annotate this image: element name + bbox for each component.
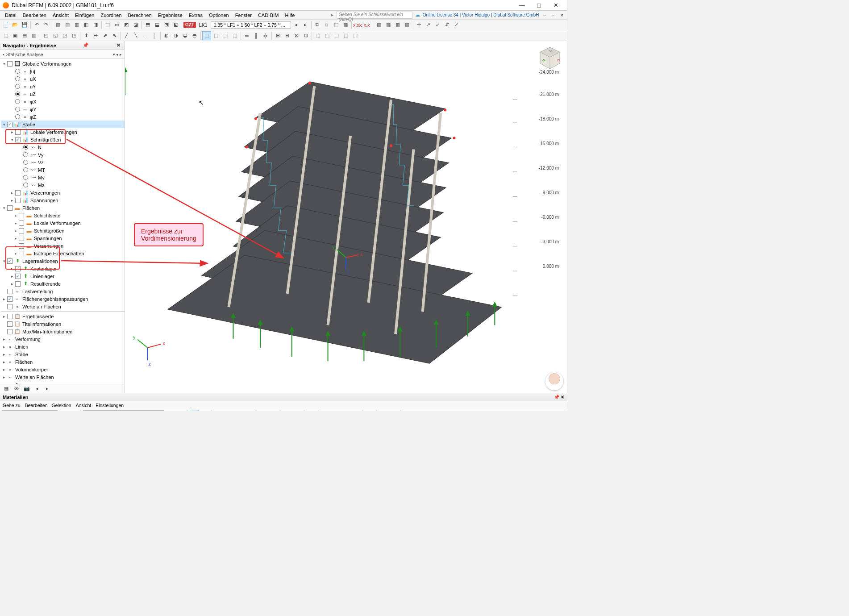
fx-icon[interactable]: fx xyxy=(351,410,360,411)
tool-icon[interactable]: ▥ xyxy=(29,31,38,40)
prev-lc-icon[interactable]: ◂ xyxy=(291,21,300,29)
tool-icon[interactable]: ↖ xyxy=(190,410,199,411)
tool-icon[interactable]: ▦ xyxy=(375,21,383,29)
tool-icon[interactable]: ╲ xyxy=(131,31,140,40)
menu-optionen[interactable]: Optionen xyxy=(206,12,232,19)
tool-icon[interactable]: ▣ xyxy=(11,31,20,40)
tool-icon[interactable]: ◒ xyxy=(181,31,190,40)
view-cube[interactable]: +x -y +z xyxy=(537,46,562,71)
menu-fenster[interactable]: Fenster xyxy=(232,12,255,19)
tool-icon[interactable]: ◪ xyxy=(131,21,140,29)
tool-icon[interactable]: ╱ xyxy=(122,31,131,40)
mat-menu-set[interactable]: Einstellungen xyxy=(96,403,124,408)
undo-icon[interactable]: ↶ xyxy=(32,21,41,29)
tool-icon[interactable]: ◳ xyxy=(70,31,79,40)
save-icon[interactable]: 💾 xyxy=(20,21,29,29)
tool-icon[interactable]: ↶ xyxy=(283,410,291,411)
nav-ft-cam-icon[interactable]: 📷 xyxy=(22,384,31,393)
new-icon[interactable]: 📄 xyxy=(1,21,10,29)
nav-ft-icon[interactable]: ◂ xyxy=(33,384,42,393)
tool-icon[interactable]: ⬚ xyxy=(1,31,10,40)
tool-icon[interactable]: ◧ xyxy=(82,21,91,29)
mdi-min-icon[interactable]: – xyxy=(542,12,548,18)
tool-icon[interactable]: ▤ xyxy=(20,31,29,40)
tool-icon[interactable]: ▤ xyxy=(63,21,72,29)
tool-icon[interactable]: ⬚ xyxy=(103,21,112,29)
tool-icon[interactable]: ⬔ xyxy=(162,21,171,29)
tool-icon[interactable]: ⬚ xyxy=(341,31,350,40)
navigator-subtitle[interactable]: ▪Statische Analyse ▾ ◂ ▸ xyxy=(0,50,125,59)
axes-icon[interactable]: ✛ xyxy=(415,21,424,29)
tool-icon[interactable]: ◨ xyxy=(91,21,100,29)
loadcase-label[interactable]: LK1 xyxy=(196,22,210,28)
panel-pin-icon[interactable]: 📌 ✕ xyxy=(554,395,564,400)
mat-menu-goto[interactable]: Gehe zu xyxy=(3,403,21,408)
tool-icon[interactable]: ◓ xyxy=(190,31,199,40)
3d-viewport[interactable]: x y z x y z -24. xyxy=(125,41,567,393)
nav-ft-eye-icon[interactable]: 👁 xyxy=(12,384,21,393)
loadcombo-dropdown[interactable]: 1.35 * LF1 + 1.50 * LF2 + 0.75 * ... xyxy=(211,21,291,29)
menu-extras[interactable]: Extras xyxy=(186,12,206,19)
tool-icon[interactable]: ⬚ xyxy=(221,31,230,40)
delete-icon[interactable]: ✕ xyxy=(258,410,267,411)
menu-berechnen[interactable]: Berechnen xyxy=(125,12,155,19)
tool-icon[interactable]: ⬈ xyxy=(100,31,109,40)
tool-icon[interactable]: ◑ xyxy=(171,31,180,40)
tool-icon[interactable]: ║ xyxy=(252,31,261,40)
tool-icon[interactable]: ab xyxy=(320,410,329,411)
tool-icon[interactable]: ─ xyxy=(141,31,150,40)
tool-icon[interactable]: ⬌ xyxy=(91,31,100,40)
tool-icon[interactable]: ↗ xyxy=(424,21,433,29)
next-lc-icon[interactable]: ▸ xyxy=(301,21,310,29)
tool-icon[interactable]: x.xx xyxy=(353,21,362,29)
tool-icon[interactable]: ⬉ xyxy=(110,31,119,40)
tool-icon[interactable]: ⊡ xyxy=(301,31,310,40)
nav-ft-icon[interactable]: ▦ xyxy=(2,384,11,393)
tool-icon[interactable]: ⊡ xyxy=(200,410,209,411)
menu-ergebnisse[interactable]: Ergebnisse xyxy=(155,12,186,19)
nav-prev2-icon[interactable]: ◂ xyxy=(166,410,175,411)
tool-icon[interactable]: ▭ xyxy=(307,410,316,411)
tool-icon[interactable]: ⤢ xyxy=(452,21,461,29)
tool-icon[interactable]: ▦ xyxy=(384,21,393,29)
tool-icon[interactable]: ⬚ xyxy=(323,31,332,40)
fx-icon[interactable]: fx xyxy=(331,410,340,411)
tool-icon[interactable]: ↷ xyxy=(293,410,302,411)
tool-icon[interactable]: ▦ xyxy=(341,21,350,29)
tool-icon[interactable]: ⬚ xyxy=(212,31,221,40)
tool-icon[interactable]: ⊞ xyxy=(273,31,282,40)
tool-icon[interactable]: ⬚ xyxy=(351,31,360,40)
basisobj-combo[interactable]: ✎ Basisobjekte ▾ xyxy=(83,410,165,411)
tool-icon[interactable]: ⇵ xyxy=(443,21,452,29)
tool-icon[interactable]: ⧈ xyxy=(322,21,331,29)
menu-datei[interactable]: Datei xyxy=(2,12,20,19)
tool-icon[interactable]: ⬒ xyxy=(143,21,152,29)
tool-icon[interactable]: ═ xyxy=(242,31,251,40)
tool-icon[interactable]: 0.00 xyxy=(389,410,398,411)
maximize-button[interactable]: ◻ xyxy=(530,0,547,10)
menu-zuordnen[interactable]: Zuordnen xyxy=(97,12,125,19)
tool-icon[interactable]: ▦ xyxy=(403,21,412,29)
menu-ansicht[interactable]: Ansicht xyxy=(50,12,72,19)
tool-icon[interactable]: ▦ xyxy=(54,21,62,29)
tool-icon[interactable]: ⧉ xyxy=(313,21,322,29)
tool-icon[interactable]: ◱ xyxy=(51,31,60,40)
redo-icon[interactable]: ↷ xyxy=(42,21,50,29)
tool-icon[interactable]: ▭ xyxy=(112,21,121,29)
tool-icon[interactable]: ⬚ xyxy=(230,31,239,40)
tool-icon[interactable]: x.x xyxy=(362,21,371,29)
nav-next2-icon[interactable]: ▸ xyxy=(176,410,185,411)
tool-icon[interactable]: ▦ xyxy=(234,410,243,411)
view-iso-icon[interactable]: ⬚ xyxy=(202,31,211,40)
tool-icon[interactable]: │ xyxy=(150,31,159,40)
close-button[interactable]: ✕ xyxy=(547,0,564,10)
struktur-combo[interactable]: ▪ Struktur ▾ xyxy=(2,410,58,411)
tool-icon[interactable]: ⊟ xyxy=(283,31,291,40)
tool-icon[interactable]: ⊠ xyxy=(292,31,301,40)
nav-prev-icon[interactable]: ◂ xyxy=(59,410,68,411)
open-icon[interactable]: 📂 xyxy=(11,21,20,29)
tool-icon[interactable]: ↙ xyxy=(433,21,442,29)
tool-icon[interactable]: ⬚ xyxy=(332,21,341,29)
nav-next-icon[interactable]: ▸ xyxy=(69,410,78,411)
pin-icon[interactable]: 📌 xyxy=(81,42,90,48)
